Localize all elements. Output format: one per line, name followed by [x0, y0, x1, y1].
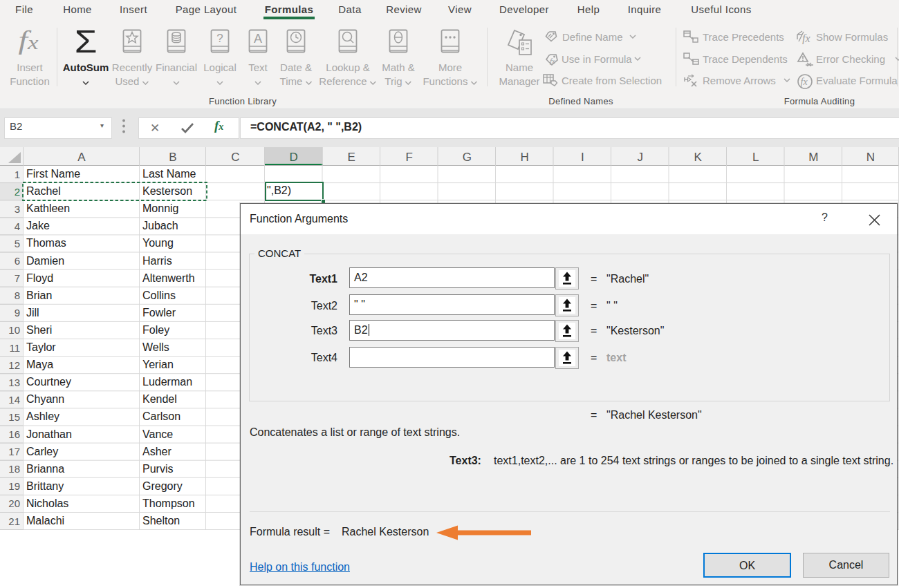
svg-text:fx: fx: [550, 57, 555, 65]
svg-text:fx: fx: [802, 32, 810, 44]
svg-text:A: A: [254, 32, 262, 46]
svg-text:?: ?: [216, 32, 223, 45]
svg-text:fx: fx: [801, 77, 808, 87]
